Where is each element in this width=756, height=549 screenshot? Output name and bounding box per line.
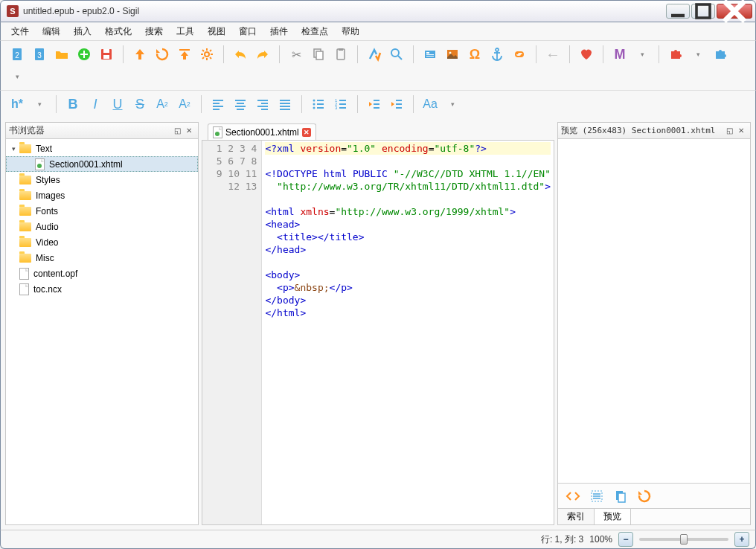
puzzle-dropdown-icon[interactable]: ▾ (688, 44, 708, 65)
reload-icon[interactable] (634, 486, 655, 507)
svg-text:3: 3 (335, 106, 338, 110)
copy-page-icon[interactable] (610, 486, 631, 507)
menu-file[interactable]: 文件 (5, 24, 35, 39)
case-icon[interactable]: Aa (420, 94, 441, 115)
tab-close-icon[interactable]: ✕ (302, 128, 311, 137)
zoom-out-button[interactable]: − (618, 532, 633, 547)
menu-window[interactable]: 窗口 (233, 24, 263, 39)
preview-tab-index[interactable]: 索引 (558, 509, 595, 524)
metadata-icon[interactable] (420, 44, 441, 65)
top-icon[interactable] (174, 44, 195, 65)
indent-icon[interactable] (386, 94, 407, 115)
m-icon[interactable]: M (609, 44, 630, 65)
preview-close-icon[interactable]: ✕ (735, 125, 747, 137)
zoom-in-button[interactable]: + (734, 532, 749, 547)
puzzle-icon[interactable] (665, 44, 686, 65)
zoom-slider[interactable] (639, 538, 728, 541)
italic-icon[interactable]: I (85, 94, 106, 115)
validate-icon[interactable] (364, 44, 385, 65)
tree-item[interactable]: Video (6, 234, 198, 250)
maximize-button[interactable] (691, 4, 715, 19)
book-browser-title: 书浏览器 (9, 124, 45, 137)
gear-icon[interactable] (196, 44, 217, 65)
editor-tab[interactable]: Section0001.xhtml ✕ (208, 123, 316, 140)
cut-icon[interactable]: ✂ (286, 44, 307, 65)
outdent-icon[interactable] (364, 94, 385, 115)
refresh-icon[interactable] (152, 44, 173, 65)
preview-title: 预览 (256x483) Section0001.xhtml (561, 125, 715, 136)
save-icon[interactable] (96, 44, 117, 65)
menu-help[interactable]: 帮助 (336, 24, 365, 39)
align-justify-icon[interactable] (275, 94, 295, 115)
svg-rect-10 (103, 49, 109, 53)
heading-dropdown-icon[interactable]: ▾ (29, 94, 50, 115)
select-icon[interactable] (586, 486, 607, 507)
number-list-icon[interactable]: 123 (330, 94, 351, 115)
subscript-icon[interactable]: A2 (152, 94, 173, 115)
doc3-icon[interactable]: 3 (29, 44, 50, 65)
window-titlebar: S untitled.epub - epub2.0 - Sigil (0, 0, 756, 22)
open-folder-icon[interactable] (51, 44, 72, 65)
strike-icon[interactable]: S (129, 94, 150, 115)
svg-line-18 (202, 50, 204, 51)
heart-icon[interactable] (576, 44, 597, 65)
tree-item[interactable]: Styles (6, 172, 198, 187)
puzzle2-icon[interactable] (710, 44, 731, 65)
menu-checkpoint[interactable]: 检查点 (295, 24, 334, 39)
tree-item[interactable]: Fonts (6, 203, 198, 219)
case-dropdown-icon[interactable]: ▾ (442, 94, 463, 115)
menu-tools[interactable]: 工具 (170, 24, 200, 39)
omega-icon[interactable]: Ω (464, 44, 485, 65)
up-arrow-icon[interactable] (129, 44, 150, 65)
m-dropdown-icon[interactable]: ▾ (632, 44, 653, 65)
align-center-icon[interactable] (230, 94, 251, 115)
tree-item[interactable]: ▾Text (6, 141, 198, 156)
main-toolbar: 2 3 ✂ Ω ← M ▾ ▾ ▾ (0, 40, 756, 90)
underline-icon[interactable]: U (107, 94, 128, 115)
add-icon[interactable] (74, 44, 94, 65)
puzzle2-dropdown-icon[interactable]: ▾ (7, 66, 28, 87)
superscript-icon[interactable]: A2 (174, 94, 195, 115)
code-content[interactable]: <?xml version="1.0" encoding="utf-8"?> <… (262, 141, 554, 524)
tree-item[interactable]: Section0001.xhtml (6, 156, 198, 172)
tree-item[interactable]: toc.ncx (6, 281, 198, 297)
tree-item[interactable]: Images (6, 187, 198, 203)
svg-rect-24 (337, 49, 345, 60)
link-icon[interactable] (509, 44, 530, 65)
paste-icon[interactable] (330, 44, 351, 65)
code-editor[interactable]: 1 2 3 4 5 6 7 8 9 10 11 12 13 <?xml vers… (202, 140, 554, 525)
close-button[interactable] (717, 4, 752, 19)
heading-icon[interactable]: h* (7, 94, 28, 115)
preview-float-icon[interactable]: ◱ (723, 125, 735, 137)
image-icon[interactable] (442, 44, 463, 65)
copy-icon[interactable] (308, 44, 329, 65)
preview-tab-preview[interactable]: 预览 (595, 509, 631, 524)
menu-view[interactable]: 视图 (202, 24, 231, 39)
bold-icon[interactable]: B (63, 94, 83, 115)
back-icon[interactable]: ← (542, 44, 563, 65)
bullet-list-icon[interactable] (308, 94, 329, 115)
menu-search[interactable]: 搜索 (139, 24, 169, 39)
redo-icon[interactable] (252, 44, 273, 65)
undo-icon[interactable] (230, 44, 251, 65)
panel-close-icon[interactable]: ✕ (183, 125, 195, 137)
align-right-icon[interactable] (252, 94, 273, 115)
search-icon[interactable] (386, 44, 407, 65)
menu-insert[interactable]: 插入 (68, 24, 97, 39)
doc2-icon[interactable]: 2 (7, 44, 28, 65)
tree-item[interactable]: Audio (6, 219, 198, 234)
tree-item[interactable]: content.opf (6, 266, 198, 281)
panel-float-icon[interactable]: ◱ (171, 125, 183, 137)
anchor-icon[interactable] (487, 44, 507, 65)
align-left-icon[interactable] (208, 94, 228, 115)
svg-point-53 (313, 100, 315, 102)
menu-edit[interactable]: 编辑 (36, 24, 66, 39)
tree-item[interactable]: Misc (6, 250, 198, 266)
book-browser-tree[interactable]: ▾TextSection0001.xhtmlStylesImagesFontsA… (6, 139, 198, 524)
code-view-icon[interactable] (563, 486, 583, 507)
menu-format[interactable]: 格式化 (99, 24, 138, 39)
xhtml-file-icon (213, 126, 222, 138)
minimize-button[interactable] (666, 4, 690, 19)
menu-plugins[interactable]: 插件 (264, 24, 294, 39)
xhtml-file-icon (35, 158, 45, 170)
